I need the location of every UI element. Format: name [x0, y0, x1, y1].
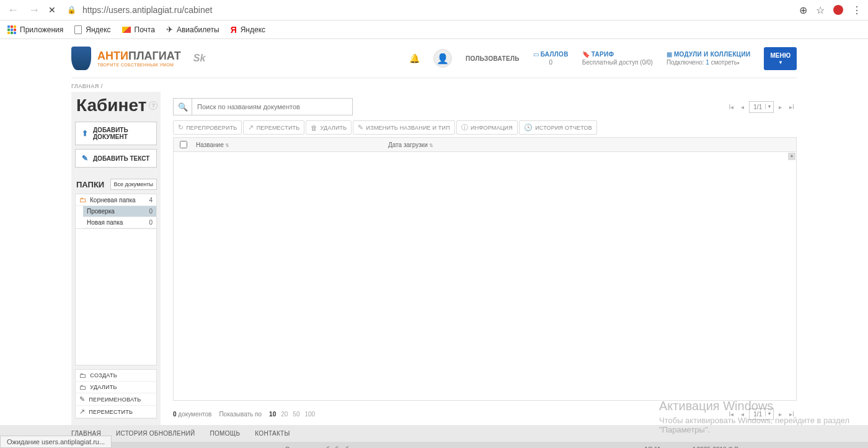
sidebar: Кабинет? ⬆ДОБАВИТЬ ДОКУМЕНТ ✎ДОБАВИТЬ ТЕ…: [71, 92, 161, 425]
search-input[interactable]: [192, 99, 352, 115]
folder-minus-icon: 🗀: [79, 383, 86, 391]
page-size-label: Показывать по: [219, 411, 262, 418]
search-icon[interactable]: 🔍: [174, 99, 192, 115]
skolkovo-badge: Sk: [193, 53, 206, 64]
page-select[interactable]: 1/1: [749, 101, 774, 113]
folder-tree: 🗀 Корневая папка4 Проверка0 Новая папка0: [75, 194, 157, 229]
yandex-icon: Я: [231, 25, 237, 35]
page-prev-button-b[interactable]: ◂: [738, 409, 746, 419]
history-button[interactable]: 🕓ИСТОРИЯ ОТЧЕТОВ: [519, 120, 597, 135]
bookmark-avia[interactable]: ✈Авиабилеты: [166, 25, 219, 34]
move-icon: ↗: [79, 408, 85, 416]
url-text: https://users.antiplagiat.ru/cabinet: [82, 5, 212, 15]
page-icon: [74, 25, 82, 34]
edit-icon: ✎: [358, 123, 363, 132]
help-icon[interactable]: ?: [149, 101, 157, 110]
rename-button[interactable]: ✎ИЗМЕНИТЬ НАЗВАНИЕ И ТИП: [353, 120, 455, 135]
wallet-icon: ▭: [533, 51, 539, 58]
app-header: АНТИПЛАГИАТ ТВОРИТЕ СОБСТВЕННЫМ УМОМ Sk …: [71, 39, 797, 78]
folder-icon: 🗀: [79, 196, 86, 204]
folder-move-button[interactable]: ↗ПЕРЕМЕСТИТЬ: [76, 406, 156, 418]
scroll-up-button[interactable]: ▴: [788, 153, 795, 160]
grid-icon: ▦: [666, 51, 672, 58]
lock-icon: 🔒: [67, 6, 76, 14]
info-button[interactable]: ⓘИНФОРМАЦИЯ: [456, 120, 518, 135]
folder-rename-button[interactable]: ✎ПЕРЕИМЕНОВАТЬ: [76, 393, 156, 406]
bookmark-yandex2[interactable]: ЯЯндекс: [231, 25, 265, 35]
footer-contacts[interactable]: КОНТАКТЫ: [255, 430, 290, 437]
sort-icon: ⇅: [225, 143, 229, 148]
upload-icon: ⬆: [82, 129, 88, 138]
mail-icon: [122, 27, 131, 33]
folder-actions: 🗀СОЗДАТЬ 🗀УДАЛИТЬ ✎ПЕРЕИМЕНОВАТЬ ↗ПЕРЕМЕ…: [75, 369, 157, 419]
page-next-button[interactable]: ▸: [776, 102, 784, 112]
star-icon[interactable]: ☆: [816, 4, 825, 16]
footer-legal: ользовательское соглашение Соглашение об…: [0, 442, 868, 448]
plane-icon: ✈: [166, 25, 173, 34]
pagesize-50[interactable]: 50: [293, 411, 299, 418]
zoom-icon[interactable]: ⊕: [799, 4, 807, 16]
shield-icon: [71, 47, 91, 70]
page-title: Кабинет?: [71, 92, 161, 122]
forward-button[interactable]: →: [27, 4, 41, 17]
sort-icon: ⇅: [429, 143, 433, 148]
footer-history[interactable]: ИСТОРИЯ ОБНОВЛЕНИЙ: [116, 430, 195, 437]
address-bar[interactable]: 🔒 https://users.antiplagiat.ru/cabinet: [63, 5, 792, 15]
pencil-icon: ✎: [79, 395, 85, 403]
column-name[interactable]: Название⇅: [196, 141, 388, 148]
column-date[interactable]: Дата загрузки⇅: [388, 141, 512, 148]
extension-icon[interactable]: [833, 5, 843, 15]
trash-icon: 🗑: [311, 124, 317, 132]
add-document-button[interactable]: ⬆ДОБАВИТЬ ДОКУМЕНТ: [75, 122, 157, 145]
footer-help[interactable]: ПОМОЩЬ: [210, 430, 240, 437]
apps-button[interactable]: Приложения: [7, 25, 63, 34]
text-icon: ✎: [82, 154, 88, 163]
back-button[interactable]: ←: [6, 4, 20, 17]
recheck-button[interactable]: ↻ПЕРЕПРОВЕРИТЬ: [173, 120, 242, 135]
page-size-picker: 10 20 50 100: [269, 411, 315, 418]
page-prev-button[interactable]: ◂: [738, 102, 746, 112]
breadcrumb[interactable]: ГЛАВНАЯ /: [71, 78, 797, 92]
move-button[interactable]: ↗ПЕРЕМЕСТИТЬ: [243, 120, 304, 135]
delete-button[interactable]: 🗑УДАЛИТЬ: [306, 120, 352, 135]
points-widget[interactable]: ▭БАЛЛОВ 0: [533, 51, 569, 66]
avatar[interactable]: 👤: [433, 49, 452, 68]
page-last-button-b[interactable]: ▸I: [787, 409, 797, 419]
page-next-button-b[interactable]: ▸: [776, 409, 784, 419]
pagesize-20[interactable]: 20: [281, 411, 288, 418]
action-toolbar: ↻ПЕРЕПРОВЕРИТЬ ↗ПЕРЕМЕСТИТЬ 🗑УДАЛИТЬ ✎ИЗ…: [173, 120, 797, 137]
pagesize-10[interactable]: 10: [269, 411, 276, 418]
page-last-button[interactable]: ▸I: [787, 102, 797, 112]
page-select-b[interactable]: 1/1: [749, 408, 774, 420]
folder-delete-button[interactable]: 🗀УДАЛИТЬ: [76, 382, 156, 393]
menu-button[interactable]: МЕНЮ▾: [764, 47, 797, 70]
tariff-widget[interactable]: 🔖ТАРИФ Бесплатный доступ (0/0): [582, 51, 653, 66]
folder-check[interactable]: Проверка0: [83, 206, 156, 217]
folder-new[interactable]: Новая папка0: [83, 217, 156, 228]
pagesize-100[interactable]: 100: [304, 411, 315, 418]
apps-grid-icon: [7, 25, 16, 34]
logo[interactable]: АНТИПЛАГИАТ ТВОРИТЕ СОБСТВЕННЫМ УМОМ: [71, 47, 181, 70]
all-documents-button[interactable]: Все документы: [110, 179, 157, 190]
modules-widget[interactable]: ▦МОДУЛИ И КОЛЛЕКЦИИ Подключено: 1 смотре…: [666, 51, 751, 66]
bookmark-mail[interactable]: Почта: [122, 25, 155, 34]
folders-heading: ПАПКИ: [76, 180, 104, 189]
add-text-button[interactable]: ✎ДОБАВИТЬ ТЕКСТ: [75, 149, 157, 168]
select-all-checkbox[interactable]: [180, 141, 187, 148]
user-label[interactable]: ПОЛЬЗОВАТЕЛЬ: [466, 55, 520, 62]
stop-button[interactable]: ✕: [48, 5, 56, 15]
arrow-icon: ↗: [248, 123, 254, 132]
menu-dots-icon[interactable]: ⋮: [852, 4, 862, 16]
doc-count: 0 документов: [173, 411, 211, 418]
bookmark-yandex[interactable]: Яндекс: [74, 25, 110, 34]
clock-icon: 🕓: [524, 123, 533, 132]
page-first-button[interactable]: I◂: [727, 102, 737, 112]
bell-icon[interactable]: 🔔: [409, 53, 420, 63]
folder-root[interactable]: 🗀 Корневая папка4: [76, 194, 156, 206]
browser-toolbar: ← → ✕ 🔒 https://users.antiplagiat.ru/cab…: [0, 0, 868, 20]
page-first-button-b[interactable]: I◂: [727, 409, 737, 419]
browser-status: Ожидание users.antiplagiat.ru...: [0, 436, 112, 448]
folder-create-button[interactable]: 🗀СОЗДАТЬ: [76, 370, 156, 382]
pager-bottom: 0 документов Показывать по 10 20 50 100 …: [173, 401, 797, 425]
main-panel: 🔍 I◂ ◂ 1/1 ▸ ▸I ↻ПЕРЕПРОВЕРИТЬ ↗ПЕРЕМЕСТ…: [173, 92, 797, 425]
